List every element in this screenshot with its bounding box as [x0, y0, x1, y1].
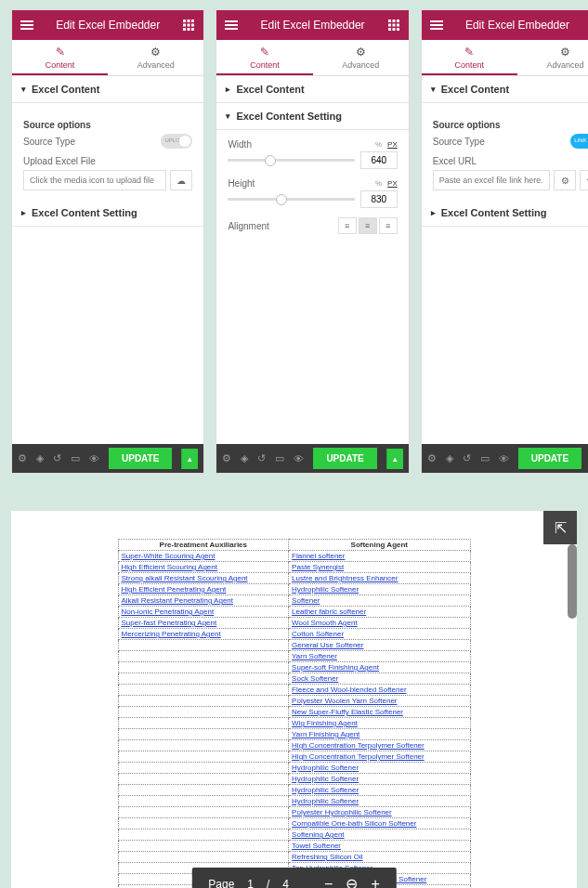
upload-media-button[interactable]: ☁: [170, 170, 192, 190]
cell-link[interactable]: Wig Finishing Agent: [292, 719, 358, 727]
menu-icon[interactable]: [222, 16, 241, 34]
history-icon[interactable]: ↺: [53, 452, 61, 464]
cell-link[interactable]: Cotton Softener: [292, 630, 344, 638]
zoom-in-icon[interactable]: +: [371, 876, 379, 889]
cell-link[interactable]: Polyester Hydrophilic Softener: [292, 808, 392, 816]
cell-link[interactable]: Softening Agent: [292, 830, 345, 839]
cell-link[interactable]: Non-ionic Penetrating Agent: [122, 607, 215, 616]
cell-link[interactable]: Sock Softener: [292, 674, 338, 683]
cell-link[interactable]: Strong alkali Resistant Scouring Agent: [122, 574, 248, 582]
layers-icon[interactable]: ◈: [36, 452, 44, 464]
source-type-toggle[interactable]: LINK: [570, 134, 588, 149]
width-slider[interactable]: [228, 159, 354, 162]
zoom-reset-icon[interactable]: ⊖: [346, 875, 358, 888]
unit-pct[interactable]: %: [375, 140, 382, 149]
menu-icon[interactable]: [427, 16, 446, 34]
menu-icon[interactable]: [18, 16, 36, 34]
cell-link[interactable]: Super-White Scouring Agent: [122, 552, 216, 560]
responsive-icon[interactable]: ▭: [480, 452, 490, 464]
cell-link[interactable]: Wool Smooth Agent: [292, 619, 358, 627]
upload-input[interactable]: [23, 170, 166, 190]
cell-link[interactable]: High Efficient Scouring Agent: [122, 563, 217, 571]
height-slider[interactable]: [228, 198, 354, 201]
table-cell: Hydrophilic Softener: [289, 763, 470, 774]
url-input[interactable]: [433, 170, 550, 190]
cell-link[interactable]: Flannel softener: [292, 552, 345, 560]
link-options-button[interactable]: ⚙: [554, 170, 576, 190]
unit-px[interactable]: PX: [387, 140, 398, 149]
table-row: Super-fast Penetrating AgentWool Smooth …: [118, 618, 470, 629]
cell-link[interactable]: Hydrophilic Softener: [292, 775, 359, 783]
settings-icon[interactable]: ⚙: [427, 452, 437, 464]
vertical-scrollbar[interactable]: [568, 544, 577, 619]
table-row: General Use Softener: [118, 640, 470, 651]
cell-link[interactable]: Paste Synergist: [292, 563, 344, 571]
tab-content[interactable]: ✎Content: [422, 40, 517, 75]
align-center-button[interactable]: ≡: [359, 217, 377, 234]
cell-link[interactable]: Super-fast Penetrating Agent: [122, 619, 217, 627]
cell-link[interactable]: General Use Softener: [292, 641, 363, 649]
cell-link[interactable]: Hydrophilic Softener: [292, 764, 359, 772]
settings-icon[interactable]: ⚙: [18, 452, 27, 464]
source-type-toggle[interactable]: UPLOAD: [161, 134, 192, 149]
responsive-icon[interactable]: ▭: [71, 452, 80, 464]
tab-advanced[interactable]: ⚙Advanced: [517, 40, 588, 75]
popout-icon[interactable]: ⇱: [543, 511, 577, 544]
update-button[interactable]: UPDATE: [518, 448, 581, 469]
cell-link[interactable]: Polyester Woolen Yarn Softener: [292, 697, 397, 705]
unit-pct[interactable]: %: [375, 179, 382, 188]
cell-link[interactable]: Alkali Resistant Penetrating Agent: [122, 596, 234, 605]
section-excel-content[interactable]: ▸Excel Content: [216, 76, 408, 103]
tab-content[interactable]: ✎Content: [216, 40, 312, 75]
link-delete-button[interactable]: 🗑: [580, 170, 588, 190]
update-dropdown[interactable]: ▴: [386, 449, 403, 469]
cell-link[interactable]: High Efficient Penetrating Agent: [122, 585, 227, 594]
preview-icon[interactable]: 👁: [294, 453, 304, 464]
section-excel-setting[interactable]: ▸Excel Content Setting: [422, 200, 588, 227]
alignment-label: Alignment: [228, 221, 268, 231]
layers-icon[interactable]: ◈: [446, 452, 453, 464]
cell-link[interactable]: Mercerizing Penetrating Agent: [122, 630, 221, 638]
tab-content[interactable]: ✎Content: [12, 40, 108, 75]
update-button[interactable]: UPDATE: [109, 448, 172, 469]
layers-icon[interactable]: ◈: [241, 452, 248, 464]
responsive-icon[interactable]: ▭: [275, 452, 284, 464]
section-excel-content[interactable]: ▾Excel Content: [12, 76, 203, 103]
preview-icon[interactable]: 👁: [499, 453, 509, 464]
height-input[interactable]: [360, 190, 398, 208]
apps-icon[interactable]: [179, 16, 198, 34]
section-excel-setting[interactable]: ▾Excel Content Setting: [216, 103, 408, 130]
cell-link[interactable]: Leather fabric softener: [292, 607, 366, 616]
cell-link[interactable]: New Super-Fluffy Elastic Softener: [292, 708, 403, 716]
cell-link[interactable]: Fleece and Wool-blended Softener: [292, 686, 407, 694]
apps-icon[interactable]: [385, 16, 403, 34]
cell-link[interactable]: Yarn Softener: [292, 652, 337, 660]
cell-link[interactable]: Towel Softener: [292, 842, 341, 850]
cell-link[interactable]: High Concentration Terpolymer Softener: [292, 752, 425, 761]
cell-link[interactable]: Refreshing Silicon Oil: [292, 853, 362, 861]
section-excel-setting[interactable]: ▸Excel Content Setting: [12, 200, 203, 227]
align-left-button[interactable]: ≡: [338, 217, 357, 234]
history-icon[interactable]: ↺: [463, 452, 471, 464]
cell-link[interactable]: Hydrophilic Softener: [292, 585, 359, 594]
cell-link[interactable]: Lustre and Brightness Enhancer: [292, 574, 398, 582]
cell-link[interactable]: High Concentration Terpolymer Softener: [292, 741, 425, 750]
cell-link[interactable]: Yarn Finishing Agent: [292, 730, 359, 738]
cell-link[interactable]: Compatible One-bath Silicon Softener: [292, 819, 416, 828]
update-dropdown[interactable]: ▴: [181, 449, 198, 469]
cell-link[interactable]: Super-soft Finishing Agent: [292, 663, 379, 672]
cell-link[interactable]: Softener: [292, 596, 320, 605]
tab-advanced[interactable]: ⚙Advanced: [313, 40, 409, 75]
width-input[interactable]: [360, 151, 398, 169]
tab-advanced[interactable]: ⚙Advanced: [108, 40, 203, 75]
cell-link[interactable]: Hydrophilic Softener: [292, 797, 359, 805]
history-icon[interactable]: ↺: [257, 452, 266, 464]
update-button[interactable]: UPDATE: [313, 448, 376, 469]
zoom-out-icon[interactable]: −: [324, 876, 333, 889]
unit-px[interactable]: PX: [387, 179, 398, 188]
cell-link[interactable]: Hydrophilic Softener: [292, 786, 359, 794]
align-right-button[interactable]: ≡: [379, 217, 398, 234]
settings-icon[interactable]: ⚙: [222, 452, 231, 464]
section-excel-content[interactable]: ▾Excel Content: [422, 76, 588, 103]
preview-icon[interactable]: 👁: [89, 453, 99, 464]
